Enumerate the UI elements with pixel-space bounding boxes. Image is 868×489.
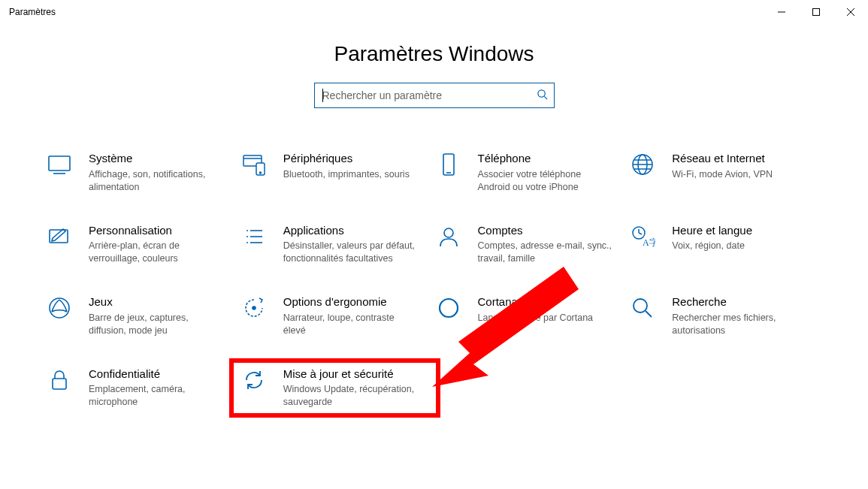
settings-grid: Système Affichage, son, notifications, a…: [45, 152, 823, 409]
tile-desc: Affichage, son, notifications, alimentat…: [89, 168, 225, 194]
tile-ease-of-access[interactable]: Options d'ergonomie Narrateur, loupe, co…: [240, 295, 434, 337]
network-icon: [628, 152, 657, 180]
tile-desc: Arrière-plan, écran de verrouillage, cou…: [89, 240, 225, 265]
maximize-button[interactable]: [799, 0, 833, 24]
tile-phone[interactable]: Téléphone Associer votre téléphone Andro…: [434, 152, 629, 194]
search-wrap: [0, 83, 868, 108]
minimize-button[interactable]: [764, 0, 799, 24]
tile-desc: Narrateur, loupe, contraste élevé: [283, 312, 419, 337]
privacy-icon: [45, 367, 74, 396]
tile-search[interactable]: Recherche Rechercher mes fichiers, autor…: [628, 295, 823, 337]
tile-title: Recherche: [672, 295, 808, 309]
page-title: Paramètres Windows: [0, 42, 868, 66]
svg-line-29: [639, 233, 642, 234]
tile-title: Personnalisation: [89, 224, 225, 238]
tile-desc: Barre de jeux, captures, diffusion, mode…: [89, 312, 225, 337]
maximize-icon: [812, 8, 820, 16]
tile-cortana[interactable]: Cortana Langue utilisée par Cortana: [434, 295, 629, 337]
svg-point-32: [253, 306, 256, 309]
tile-network[interactable]: Réseau et Internet Wi-Fi, mode Avion, VP…: [628, 152, 823, 194]
svg-line-35: [646, 311, 652, 317]
update-security-icon: [240, 367, 268, 396]
text-caret: [322, 89, 323, 102]
system-icon: [45, 152, 74, 180]
tile-title: Cortana: [478, 295, 614, 309]
titlebar: Paramètres: [0, 0, 868, 24]
tile-desc: Windows Update, récupération, sauvegarde: [283, 383, 430, 409]
svg-rect-12: [443, 154, 454, 175]
tile-title: Applications: [283, 224, 419, 238]
svg-point-34: [634, 299, 647, 312]
tile-desc: Désinstaller, valeurs par défaut, foncti…: [283, 240, 419, 265]
tile-desc: Langue utilisée par Cortana: [478, 312, 614, 324]
tile-desc: Associer votre téléphone Android ou votr…: [478, 168, 614, 194]
close-icon: [846, 8, 855, 17]
tile-time[interactable]: A字 Heure et langue Voix, région, date: [628, 224, 823, 266]
svg-point-11: [259, 172, 261, 174]
tile-title: Téléphone: [478, 152, 614, 166]
tile-desc: Bluetooth, imprimantes, souris: [283, 168, 419, 181]
search-icon: [537, 89, 548, 103]
svg-point-26: [444, 228, 453, 237]
svg-line-5: [544, 96, 547, 99]
tile-title: Réseau et Internet: [672, 152, 808, 166]
gaming-icon: [45, 295, 74, 324]
svg-point-31: [50, 298, 69, 318]
tile-desc: Wi-Fi, mode Avion, VPN: [672, 168, 808, 181]
tile-title: Jeux: [89, 295, 225, 309]
tile-system[interactable]: Système Affichage, son, notifications, a…: [45, 152, 240, 194]
tile-desc: Rechercher mes fichiers, autorisations: [672, 312, 808, 337]
tile-apps[interactable]: Applications Désinstaller, valeurs par d…: [240, 224, 434, 266]
tile-title: Périphériques: [283, 152, 419, 166]
minimize-icon: [778, 8, 785, 16]
window-controls: [764, 0, 868, 24]
ease-of-access-icon: [240, 295, 268, 324]
tile-desc: Comptes, adresse e-mail, sync., travail,…: [478, 240, 614, 265]
tile-privacy[interactable]: Confidentialité Emplacement, caméra, mic…: [45, 367, 240, 409]
svg-rect-1: [813, 9, 820, 16]
tile-title: Comptes: [478, 224, 614, 238]
tile-personalization[interactable]: Personnalisation Arrière-plan, écran de …: [45, 224, 240, 266]
tile-title: Système: [89, 152, 225, 166]
tile-accounts[interactable]: Comptes Comptes, adresse e-mail, sync., …: [434, 224, 629, 266]
svg-rect-36: [53, 379, 66, 389]
tile-update-security[interactable]: Mise à jour et sécurité Windows Update, …: [229, 358, 440, 418]
personalization-icon: [45, 224, 74, 252]
tile-devices[interactable]: Périphériques Bluetooth, imprimantes, so…: [240, 152, 434, 194]
devices-icon: [240, 152, 268, 180]
tile-title: Confidentialité: [89, 367, 225, 382]
phone-icon: [434, 152, 463, 180]
close-button[interactable]: [833, 0, 868, 24]
window-title: Paramètres: [9, 7, 56, 17]
svg-point-4: [537, 89, 544, 96]
svg-point-33: [440, 299, 458, 317]
cortana-icon: [434, 295, 463, 324]
search-input[interactable]: [322, 89, 537, 101]
search-box[interactable]: [314, 83, 555, 108]
svg-rect-6: [49, 156, 70, 171]
search-tile-icon: [628, 295, 657, 324]
tile-desc: Emplacement, caméra, microphone: [89, 383, 225, 409]
tile-title: Heure et langue: [672, 224, 808, 238]
apps-icon: [240, 224, 268, 252]
time-language-icon: A字: [628, 224, 657, 252]
accounts-icon: [434, 224, 463, 252]
svg-text:A字: A字: [643, 237, 655, 248]
tile-title: Options d'ergonomie: [283, 295, 419, 309]
tile-title: Mise à jour et sécurité: [283, 367, 430, 382]
tile-desc: Voix, région, date: [672, 240, 808, 252]
tile-gaming[interactable]: Jeux Barre de jeux, captures, diffusion,…: [45, 295, 240, 337]
